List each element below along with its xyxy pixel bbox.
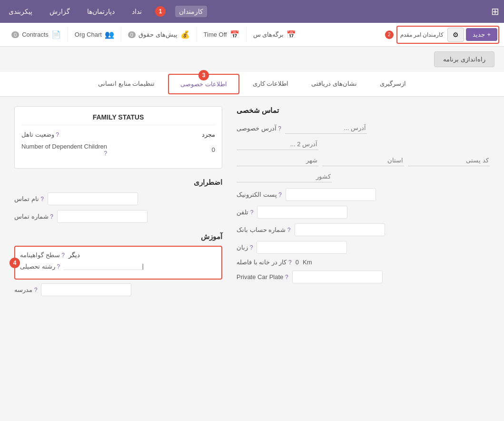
phone-input[interactable] xyxy=(257,206,347,219)
marital-label: ? وضعیت تاهل xyxy=(21,131,59,138)
address-field-group: ? آدرس خصوصی xyxy=(237,122,490,134)
children-row: 0 Number of Dependent Children ? xyxy=(21,143,215,157)
nav-item-config[interactable]: پیکربندی xyxy=(5,6,36,17)
tab-private-info[interactable]: اطلاعات خصوصی 3 xyxy=(168,74,239,94)
bank-field-group: ? شماره حساب بانک xyxy=(237,223,490,236)
field-study-input[interactable] xyxy=(64,262,144,270)
subtoolbar-payslips[interactable]: 💰 پیش‌های حقوق 0 xyxy=(121,27,197,42)
lang-field-group: ? زبان xyxy=(237,241,490,254)
tab-work-info[interactable]: اطلاعات کاری xyxy=(241,74,300,94)
marital-value: مجرد xyxy=(202,131,215,138)
car-plate-input[interactable] xyxy=(292,271,383,283)
employee-admin-label: کارمندان امر مقدم xyxy=(398,31,446,38)
personal-contact-title: تماس شخصی xyxy=(237,106,490,115)
nav-item-nadad[interactable]: نداد xyxy=(128,6,146,17)
country-input[interactable] xyxy=(237,171,332,182)
setup-bar: راه‌اندازی برنامه xyxy=(0,47,504,72)
distance-row: Km 0 ? کار در خانه با فاصله xyxy=(237,259,490,266)
subtoolbar-right: + جدید ⚙ کارمندان امر مقدم 2 xyxy=(385,26,499,44)
calendar-icon-timeoff: 📅 xyxy=(230,30,239,39)
main-content: تماس شخصی ? آدرس خصوصی xyxy=(0,97,504,382)
step-badge-2: 2 xyxy=(385,30,394,39)
plus-icon: + xyxy=(487,31,491,38)
contact-phone-input[interactable] xyxy=(57,210,148,223)
settings-button[interactable]: ⚙ xyxy=(447,28,464,42)
education-title: آموزش xyxy=(14,232,222,241)
step-badge-3: 3 xyxy=(198,70,209,80)
family-status-section: FAMILY STATUS مجرد ? وضعیت تاهل 0 Number xyxy=(14,106,222,169)
distance-value: 0 xyxy=(296,259,299,266)
car-plate-field-group: ? Private Car Plate xyxy=(237,271,490,283)
contact-name-label: ? نام تماس xyxy=(14,195,44,202)
tab-awards[interactable]: نشان‌های دریافتی xyxy=(300,74,368,94)
left-column: FAMILY STATUS مجرد ? وضعیت تاهل 0 Number xyxy=(14,106,222,301)
contracts-badge: 0 xyxy=(11,31,19,38)
bank-label: ? شماره حساب بانک xyxy=(237,226,291,233)
email-input[interactable] xyxy=(286,188,376,201)
grid-icon[interactable]: ⊞ xyxy=(491,6,499,17)
step4-wrapper: 4 دیگر ? سطح گواهینامه xyxy=(14,246,222,280)
setup-button[interactable]: راه‌اندازی برنامه xyxy=(434,51,494,67)
subtoolbar-leaves[interactable]: 📅 برگه‌های س xyxy=(246,27,303,42)
nav-item-employees[interactable]: کارمندان xyxy=(175,6,207,17)
org-icon: 👥 xyxy=(105,30,114,39)
school-label: ? مدرسه xyxy=(14,286,37,293)
navbar: ⊞ کارمندان 1 نداد دپارتمان‌ها گزارش پیکر… xyxy=(0,0,504,23)
distance-label: ? کار در خانه با فاصله xyxy=(237,259,292,266)
subtoolbar-timeoff[interactable]: 📅 Time Off xyxy=(197,27,246,42)
cert-value: دیگر xyxy=(69,251,80,259)
content-grid: تماس شخصی ? آدرس خصوصی xyxy=(14,106,490,301)
lang-input[interactable] xyxy=(257,241,347,254)
lang-label: ? زبان xyxy=(237,244,253,251)
calendar-icon-leaves: 📅 xyxy=(287,30,296,39)
subtoolbar-orgchart[interactable]: 👥 Org Chart xyxy=(68,27,121,42)
tabbar: ازسرگیری نشان‌های دریافتی اطلاعات کاری ا… xyxy=(0,72,504,97)
tab-hr-settings[interactable]: تنظیمات منابع انسانی xyxy=(87,74,166,94)
contact-name-input[interactable] xyxy=(48,192,138,205)
right-column: تماس شخصی ? آدرس خصوصی xyxy=(237,106,490,301)
address2-input[interactable] xyxy=(237,139,318,150)
cert-label: ? سطح گواهینامه xyxy=(20,251,65,259)
address1-input[interactable] xyxy=(285,122,367,134)
education-box: دیگر ? سطح گواهینامه ? رشته تحصیلی xyxy=(14,246,222,280)
car-plate-label: ? Private Car Plate xyxy=(237,273,288,281)
field-row: ? رشته تحصیلی xyxy=(20,262,217,270)
nav-item-departments[interactable]: دپارتمان‌ها xyxy=(83,6,119,17)
contact-name-group: ? نام تماس xyxy=(14,192,222,205)
contracts-icon: 📄 xyxy=(51,30,61,39)
bank-input[interactable] xyxy=(295,223,385,236)
state-input[interactable] xyxy=(322,155,404,166)
field-label: ? رشته تحصیلی xyxy=(20,263,60,270)
cert-row: دیگر ? سطح گواهینامه xyxy=(20,251,217,259)
city-input[interactable] xyxy=(237,155,318,166)
children-value: 0 xyxy=(212,146,215,153)
zip-input[interactable] xyxy=(408,155,490,166)
tab-resumption[interactable]: ازسرگیری xyxy=(368,74,417,94)
address-label: ? آدرس خصوصی xyxy=(237,125,281,132)
phone-label: ? تلفن xyxy=(237,209,253,216)
subtoolbar-contracts[interactable]: 📄 Contracts 0 xyxy=(5,27,68,42)
emergency-section: اضطراری ? نام تماس ? شماره تماس xyxy=(14,178,222,223)
contact-phone-group: ? شماره تماس xyxy=(14,210,222,223)
email-field-group: ? پست الکترونیک xyxy=(237,188,490,201)
km-label: Km xyxy=(303,259,312,266)
money-icon: 💰 xyxy=(180,30,190,39)
subtoolbar-left: 📅 برگه‌های س 📅 Time Off 💰 پیش‌های حقوق 0… xyxy=(5,27,303,42)
navbar-right: کارمندان 1 نداد دپارتمان‌ها گزارش پیکربن… xyxy=(5,6,207,17)
payslips-badge: 0 xyxy=(128,31,136,38)
phone-field-group: ? تلفن xyxy=(237,206,490,219)
emergency-title: اضطراری xyxy=(14,178,222,187)
children-label: Number of Dependent Children ? xyxy=(21,143,107,157)
contact-phone-label: ? شماره تماس xyxy=(14,213,53,220)
marital-row: مجرد ? وضعیت تاهل xyxy=(21,131,215,138)
step-badge-1: 1 xyxy=(155,6,166,17)
new-button[interactable]: + جدید xyxy=(466,28,497,41)
step-badge-4: 4 xyxy=(10,258,20,268)
country-field-group xyxy=(237,171,490,182)
subtoolbar: + جدید ⚙ کارمندان امر مقدم 2 📅 برگه‌های … xyxy=(0,23,504,47)
nav-item-reports[interactable]: گزارش xyxy=(46,6,74,17)
education-section: آموزش 4 دیگر ? سطح گواهینامه xyxy=(14,232,222,296)
navbar-left: ⊞ xyxy=(491,6,499,17)
city-state-zip-row xyxy=(237,155,490,166)
school-input[interactable] xyxy=(41,283,131,296)
